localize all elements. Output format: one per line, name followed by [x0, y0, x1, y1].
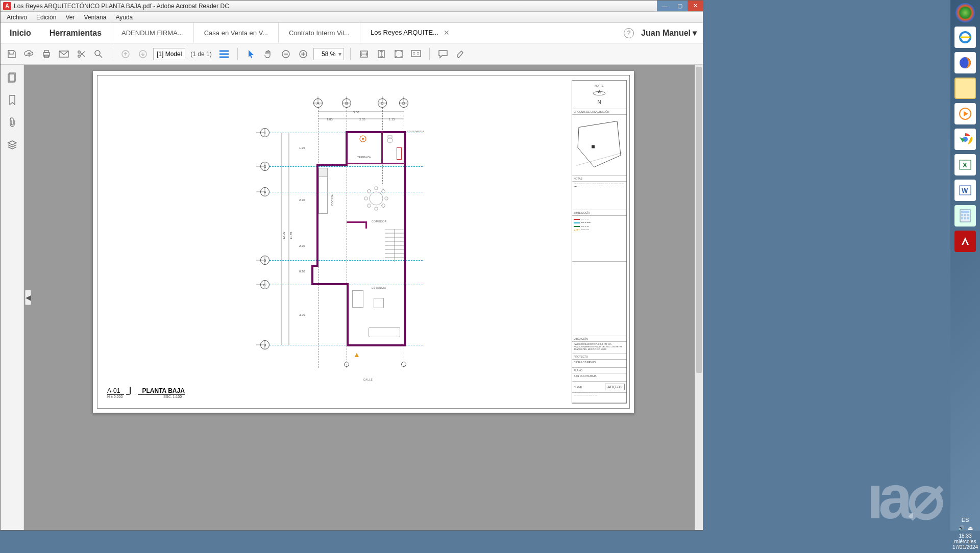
word-icon[interactable]: W [954, 180, 976, 201]
thumbnails-panel-icon[interactable] [7, 72, 18, 83]
start-button[interactable] [955, 3, 975, 22]
room-cocina: COCINA [331, 194, 334, 206]
tab-los-reyes[interactable]: Los Reyes ARQUITE... ✕ [360, 23, 460, 43]
scrollbar-thumb[interactable] [696, 67, 702, 373]
search-icon[interactable] [91, 47, 106, 61]
calculator-icon[interactable] [954, 205, 976, 227]
simbol-title: SIMBOLOGÍA [572, 210, 626, 216]
north-arrow-icon [592, 87, 607, 99]
tab-close-icon[interactable]: ✕ [444, 29, 450, 37]
page-number-input[interactable]: [1] Model [153, 48, 185, 60]
dim-top-b: 2.05 [359, 118, 365, 121]
document-viewport[interactable]: ◀ ▶ NORTE N CROQUIS DE LOCALIZACIÓN NOTA… [24, 65, 703, 530]
svg-text:W: W [962, 187, 968, 194]
fit-width-icon[interactable] [357, 47, 371, 61]
cloud-upload-icon[interactable] [22, 47, 36, 61]
user-menu[interactable]: Juan Manuel ▾ [641, 28, 697, 38]
thumbnails-icon[interactable] [217, 47, 231, 61]
zoom-level-input[interactable]: 58 %▾ [313, 48, 344, 60]
save-icon[interactable] [5, 47, 19, 61]
toolbar: [1] Model (1 de 1) 58 %▾ [1, 43, 703, 65]
tab-casa-venta[interactable]: Casa en Venta en V... [193, 23, 278, 43]
svg-rect-1 [44, 51, 48, 53]
menu-ayuda[interactable]: Ayuda [111, 13, 137, 22]
system-tray[interactable]: ES 🔊 ⏏ 18:33 miércoles 17/01/2024 [950, 514, 980, 553]
media-player-icon[interactable] [954, 103, 976, 124]
notes-title: NOTAS [572, 176, 626, 182]
titleblock-spacer [572, 262, 626, 336]
internet-explorer-icon[interactable] [954, 27, 976, 48]
grill [359, 135, 366, 142]
door-swing [397, 147, 402, 160]
select-pointer-icon[interactable] [244, 47, 258, 61]
chevron-down-icon: ▾ [693, 28, 697, 38]
coffee-table [374, 298, 384, 308]
left-navigation-rail [1, 65, 24, 530]
dim-l5: 3.70 [299, 313, 305, 316]
colindancia-label: COLINDANCIA [407, 130, 424, 133]
email-icon[interactable] [57, 47, 71, 61]
svg-point-40 [362, 138, 364, 140]
entrance-arrow-icon: ▲ [353, 350, 360, 359]
vertical-scrollbar[interactable] [695, 65, 703, 530]
north-letter: N [597, 99, 601, 105]
floorplan-drawing: A B C D 1 3 4 6 6' 8 [246, 96, 511, 382]
fit-height-icon[interactable] [374, 47, 388, 61]
svg-rect-14 [411, 51, 421, 57]
page-up-icon[interactable] [118, 47, 133, 61]
bookmarks-panel-icon[interactable] [7, 94, 18, 106]
network-icon[interactable]: ⏏ [968, 525, 973, 532]
fit-page-icon[interactable] [391, 47, 406, 61]
toolbar-separator [112, 48, 112, 60]
close-button[interactable]: ✕ [688, 1, 703, 11]
menu-archivo[interactable]: Archivo [3, 13, 31, 22]
menu-ver[interactable]: Ver [61, 13, 79, 22]
read-mode-icon[interactable] [409, 47, 423, 61]
zoom-in-icon[interactable] [296, 47, 310, 61]
attachments-panel-icon[interactable] [7, 117, 18, 128]
adobe-reader-icon[interactable] [954, 231, 976, 252]
tab-adendum[interactable]: ADENDUM FIRMA... [111, 23, 193, 43]
zoom-out-icon[interactable] [279, 47, 293, 61]
tools-button[interactable]: Herramientas [40, 23, 111, 43]
svg-rect-29 [375, 187, 378, 190]
dim-l1: 1.35 [299, 146, 305, 149]
minimize-button[interactable]: — [657, 1, 672, 11]
excel-icon[interactable]: X [954, 154, 976, 175]
svg-rect-35 [367, 204, 371, 208]
collapse-left-icon[interactable]: ◀ [25, 290, 31, 305]
tab-header: Inicio Herramientas ADENDUM FIRMA... Cas… [1, 23, 703, 43]
firefox-icon[interactable] [954, 52, 976, 73]
highlight-icon[interactable] [453, 47, 468, 61]
header-right: ? Juan Manuel ▾ [618, 28, 703, 38]
maximize-button[interactable]: ▢ [672, 1, 688, 11]
layers-panel-icon[interactable] [7, 139, 18, 150]
comment-icon[interactable] [436, 47, 450, 61]
svg-rect-76 [961, 214, 963, 216]
content-area: ◀ ▶ NORTE N CROQUIS DE LOCALIZACIÓN NOTA… [1, 65, 703, 530]
room-estancia: ESTANCIA [372, 286, 386, 289]
file-explorer-icon[interactable] [954, 78, 976, 99]
section-marker [401, 362, 406, 367]
scissors-icon[interactable] [74, 47, 88, 61]
menu-edicion[interactable]: Edición [32, 13, 60, 22]
print-icon[interactable] [39, 47, 54, 61]
ubicacion-text: CARRETERA MÉXICO PUEBLA KM 18.5 FRACCION… [572, 342, 626, 354]
language-indicator[interactable]: ES [951, 517, 979, 523]
calle-label: CALLE [363, 378, 373, 381]
dim-left-total: 12.00 [282, 232, 285, 239]
svg-point-4 [78, 51, 80, 53]
volume-icon[interactable]: 🔊 [958, 525, 965, 532]
clave-value: ARQ-01 [605, 384, 625, 390]
hand-pan-icon[interactable] [261, 47, 276, 61]
home-button[interactable]: Inicio [1, 23, 40, 43]
help-icon[interactable]: ? [624, 28, 634, 38]
tab-contrato[interactable]: Contrato Interm Vil... [278, 23, 360, 43]
sofa [369, 327, 400, 337]
clock-time[interactable]: 18:33 [951, 533, 979, 539]
page-down-icon[interactable] [136, 47, 150, 61]
window-title: Los Reyes ARQUITECTÓNICO PLANTA BAJA.pdf… [14, 3, 657, 10]
notes-body: ▪▪▪▪ ▪▪ ▪▪▪▪▪ ▪▪▪ ▪▪▪▪ ▪▪ ▪▪▪▪▪▪ ▪▪▪ ▪▪ … [572, 182, 626, 210]
menu-ventana[interactable]: Ventana [80, 13, 110, 22]
chrome-icon[interactable] [954, 129, 976, 150]
